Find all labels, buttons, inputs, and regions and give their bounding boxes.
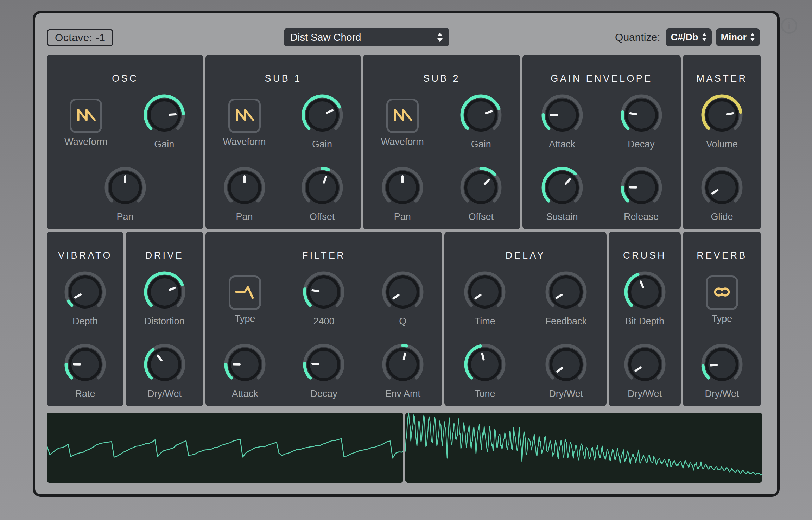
osc-pan-knob[interactable]: [102, 164, 148, 211]
gain-envelope-decay-knob[interactable]: [618, 92, 665, 138]
vibrato-rate-label: Rate: [75, 388, 95, 399]
section-osc: OSCWaveform Gain Pan: [47, 55, 203, 229]
control-master-glide: Glide: [683, 164, 761, 222]
control-crush-dry-wet: Dry/Wet: [609, 341, 681, 399]
filter-2400-knob[interactable]: [300, 269, 347, 315]
control-gain-envelope-release: Release: [602, 164, 681, 222]
master-glide-knob[interactable]: [699, 164, 745, 211]
crush-bit-depth-label: Bit Depth: [625, 316, 664, 327]
section-crush: CRUSH Bit Depth Dry/Wet: [609, 232, 681, 406]
sub1-gain-knob[interactable]: [299, 92, 345, 138]
filter-q-label: Q: [399, 316, 406, 327]
vibrato-rate-knob[interactable]: [62, 341, 108, 388]
section-title-sub2: SUB 2: [363, 55, 520, 85]
oscillator-waveform-display: [47, 413, 403, 483]
control-sub1-pan: Pan: [205, 164, 283, 222]
section-reverb: REVERBType Dry/Wet: [683, 232, 761, 406]
gain-envelope-attack-knob[interactable]: [539, 92, 585, 138]
preset-select-value: Dist Saw Chord: [290, 32, 437, 43]
crush-dry-wet-label: Dry/Wet: [628, 388, 662, 399]
gain-envelope-release-knob[interactable]: [618, 164, 665, 211]
control-reverb-dry-wet: Dry/Wet: [683, 341, 761, 399]
delay-time-knob[interactable]: [462, 269, 508, 315]
quantize-scale-select[interactable]: Minor: [716, 28, 760, 46]
section-title-filter: FILTER: [205, 232, 442, 262]
delay-feedback-knob[interactable]: [543, 269, 589, 315]
vibrato-depth-knob[interactable]: [62, 269, 108, 315]
section-title-master: MASTER: [683, 55, 761, 85]
gain-envelope-sustain-knob[interactable]: [539, 164, 585, 211]
control-sub1-gain: Gain: [283, 92, 361, 150]
quantize-key-value: C#/Db: [671, 32, 698, 43]
filter-env-amt-label: Env Amt: [385, 388, 421, 399]
control-filter-decay: Decay: [284, 341, 363, 399]
section-title-crush: CRUSH: [609, 232, 681, 262]
drive-distortion-knob[interactable]: [141, 269, 188, 315]
sub1-waveform-button[interactable]: [228, 99, 261, 133]
info-icon[interactable]: i: [781, 18, 797, 34]
section-title-delay: DELAY: [444, 232, 607, 262]
saw-wave-icon: [234, 105, 255, 127]
sub2-gain-label: Gain: [471, 139, 491, 150]
filter-attack-label: Attack: [232, 388, 258, 399]
filter-env-amt-knob[interactable]: [380, 341, 426, 388]
sub2-waveform-button[interactable]: [386, 99, 419, 133]
control-filter-2400: 2400: [284, 269, 363, 327]
crush-bit-depth-knob[interactable]: [622, 269, 668, 315]
control-delay-time: Time: [444, 269, 526, 327]
filter-decay-knob[interactable]: [300, 341, 347, 388]
sub2-offset-knob[interactable]: [458, 164, 504, 211]
delay-tone-knob[interactable]: [462, 341, 508, 388]
quantize-label: Quantize:: [615, 31, 660, 43]
sub2-pan-knob[interactable]: [379, 164, 426, 211]
quantize-group: Quantize: C#/Db Minor: [615, 28, 760, 46]
osc-gain-knob[interactable]: [141, 92, 188, 138]
osc-pan-label: Pan: [116, 211, 133, 222]
reverb-dry-wet-knob[interactable]: [699, 341, 745, 388]
sub1-pan-knob[interactable]: [221, 164, 268, 211]
sub1-gain-label: Gain: [312, 139, 332, 150]
control-gain-envelope-sustain: Sustain: [522, 164, 602, 222]
gain-envelope-release-label: Release: [624, 211, 659, 222]
osc-waveform-button[interactable]: [70, 99, 102, 133]
preset-select[interactable]: Dist Saw Chord: [284, 28, 449, 46]
octave-button[interactable]: Octave: -1: [47, 29, 113, 46]
quantize-scale-value: Minor: [721, 32, 747, 43]
delay-dry-wet-knob[interactable]: [543, 341, 589, 388]
reverb-dry-wet-label: Dry/Wet: [705, 388, 739, 399]
lowpass-filter-icon: [234, 282, 256, 304]
synth-plugin-window: Octave: -1 Dist Saw Chord Quantize: C#/D…: [33, 11, 780, 497]
sub2-gain-knob[interactable]: [458, 92, 504, 138]
control-vibrato-rate: Rate: [47, 341, 123, 399]
section-title-sub1: SUB 1: [205, 55, 361, 85]
sub1-offset-knob[interactable]: [299, 164, 345, 211]
reverb-type-button[interactable]: [706, 275, 738, 310]
control-sub1-offset: Offset: [283, 164, 361, 222]
master-volume-knob[interactable]: [699, 92, 745, 138]
filter-q-knob[interactable]: [380, 269, 426, 315]
crush-dry-wet-knob[interactable]: [622, 341, 668, 388]
delay-tone-label: Tone: [475, 388, 495, 399]
control-filter-q: Q: [363, 269, 442, 327]
section-sub2: SUB 2Waveform Gain Pan Offset: [363, 55, 520, 229]
sections-row-bottom: VIBRATO Depth RateDRIVE Distortion Dry/W…: [47, 232, 762, 406]
filter-attack-knob[interactable]: [222, 341, 268, 388]
scope-panels: [47, 413, 762, 483]
section-title-gain-envelope: GAIN ENVELOPE: [522, 55, 681, 85]
filter-type-button[interactable]: [229, 275, 261, 310]
quantize-key-select[interactable]: C#/Db: [666, 28, 711, 46]
section-title-vibrato: VIBRATO: [47, 232, 123, 262]
control-filter-type: Type: [205, 271, 284, 324]
sub2-offset-label: Offset: [468, 211, 494, 222]
control-filter-env-amt: Env Amt: [363, 341, 442, 399]
section-title-reverb: REVERB: [683, 232, 761, 262]
drive-dry-wet-label: Dry/Wet: [147, 388, 182, 399]
gain-envelope-decay-label: Decay: [628, 139, 655, 150]
control-reverb-type: Type: [683, 271, 761, 324]
drive-dry-wet-knob[interactable]: [141, 341, 188, 388]
control-osc-pan: Pan: [47, 164, 203, 222]
control-osc-gain: Gain: [125, 92, 204, 150]
delay-feedback-label: Feedback: [545, 316, 587, 327]
control-drive-distortion: Distortion: [126, 269, 203, 327]
reverb-type-label: Type: [712, 313, 732, 324]
